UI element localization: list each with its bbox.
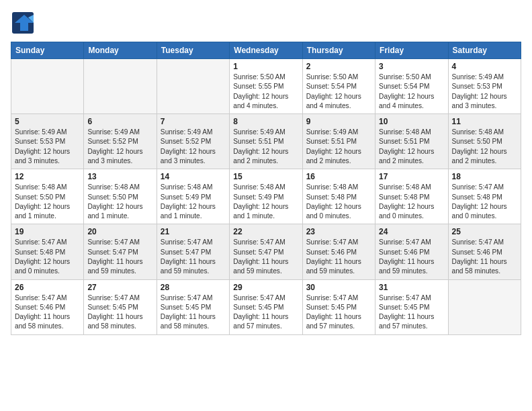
calendar-day-cell: 30Sunrise: 5:47 AM Sunset: 5:45 PM Dayli…	[302, 279, 375, 334]
day-number: 16	[306, 172, 371, 181]
day-number: 9	[306, 117, 371, 126]
weekday-header-wednesday: Wednesday	[230, 42, 302, 59]
calendar-header-row: SundayMondayTuesdayWednesdayThursdayFrid…	[11, 42, 521, 59]
calendar-day-cell: 27Sunrise: 5:47 AM Sunset: 5:45 PM Dayli…	[84, 279, 157, 334]
day-info: Sunrise: 5:47 AM Sunset: 5:47 PM Dayligh…	[161, 238, 226, 276]
day-info: Sunrise: 5:49 AM Sunset: 5:52 PM Dayligh…	[161, 128, 226, 166]
day-number: 12	[15, 172, 80, 181]
day-info: Sunrise: 5:50 AM Sunset: 5:54 PM Dayligh…	[379, 73, 444, 111]
calendar-day-cell: 25Sunrise: 5:47 AM Sunset: 5:46 PM Dayli…	[448, 224, 521, 279]
day-info: Sunrise: 5:49 AM Sunset: 5:53 PM Dayligh…	[15, 128, 80, 166]
weekday-header-tuesday: Tuesday	[157, 42, 229, 59]
day-info: Sunrise: 5:47 AM Sunset: 5:47 PM Dayligh…	[87, 238, 152, 276]
calendar: SundayMondayTuesdayWednesdayThursdayFrid…	[11, 42, 521, 335]
calendar-day-cell: 24Sunrise: 5:47 AM Sunset: 5:46 PM Dayli…	[375, 224, 448, 279]
weekday-header-friday: Friday	[375, 42, 448, 59]
day-info: Sunrise: 5:47 AM Sunset: 5:48 PM Dayligh…	[15, 238, 80, 276]
day-number: 4	[452, 62, 517, 71]
day-info: Sunrise: 5:47 AM Sunset: 5:48 PM Dayligh…	[452, 183, 517, 221]
calendar-week-row: 12Sunrise: 5:48 AM Sunset: 5:50 PM Dayli…	[11, 169, 521, 224]
weekday-header-thursday: Thursday	[302, 42, 375, 59]
calendar-day-cell: 2Sunrise: 5:50 AM Sunset: 5:54 PM Daylig…	[302, 59, 375, 114]
day-info: Sunrise: 5:49 AM Sunset: 5:51 PM Dayligh…	[233, 128, 298, 166]
calendar-day-cell: 9Sunrise: 5:49 AM Sunset: 5:51 PM Daylig…	[302, 114, 375, 169]
calendar-day-cell: 22Sunrise: 5:47 AM Sunset: 5:47 PM Dayli…	[230, 224, 302, 279]
calendar-day-cell: 17Sunrise: 5:48 AM Sunset: 5:48 PM Dayli…	[375, 169, 448, 224]
day-info: Sunrise: 5:48 AM Sunset: 5:49 PM Dayligh…	[233, 183, 298, 221]
calendar-day-cell: 7Sunrise: 5:49 AM Sunset: 5:52 PM Daylig…	[157, 114, 229, 169]
calendar-day-cell: 29Sunrise: 5:47 AM Sunset: 5:45 PM Dayli…	[230, 279, 302, 334]
calendar-day-cell: 12Sunrise: 5:48 AM Sunset: 5:50 PM Dayli…	[11, 169, 84, 224]
calendar-day-cell: 31Sunrise: 5:47 AM Sunset: 5:45 PM Dayli…	[375, 279, 448, 334]
day-info: Sunrise: 5:48 AM Sunset: 5:48 PM Dayligh…	[379, 183, 444, 221]
day-number: 23	[306, 227, 371, 236]
calendar-day-cell: 5Sunrise: 5:49 AM Sunset: 5:53 PM Daylig…	[11, 114, 84, 169]
calendar-day-cell	[448, 279, 521, 334]
day-number: 5	[15, 117, 80, 126]
logo-icon	[11, 11, 35, 35]
day-number: 27	[87, 283, 152, 292]
day-info: Sunrise: 5:48 AM Sunset: 5:50 PM Dayligh…	[452, 128, 517, 166]
day-number: 10	[379, 117, 444, 126]
calendar-week-row: 5Sunrise: 5:49 AM Sunset: 5:53 PM Daylig…	[11, 114, 521, 169]
calendar-day-cell: 10Sunrise: 5:48 AM Sunset: 5:51 PM Dayli…	[375, 114, 448, 169]
calendar-day-cell	[157, 59, 229, 114]
logo	[11, 11, 38, 35]
day-info: Sunrise: 5:47 AM Sunset: 5:45 PM Dayligh…	[379, 293, 444, 332]
calendar-day-cell: 15Sunrise: 5:48 AM Sunset: 5:49 PM Dayli…	[230, 169, 302, 224]
calendar-day-cell: 19Sunrise: 5:47 AM Sunset: 5:48 PM Dayli…	[11, 224, 84, 279]
day-number: 8	[233, 117, 298, 126]
weekday-header-saturday: Saturday	[448, 42, 521, 59]
day-number: 30	[306, 283, 371, 292]
day-number: 29	[233, 283, 298, 292]
day-info: Sunrise: 5:47 AM Sunset: 5:47 PM Dayligh…	[233, 238, 298, 276]
day-number: 14	[161, 172, 226, 181]
calendar-week-row: 19Sunrise: 5:47 AM Sunset: 5:48 PM Dayli…	[11, 224, 521, 279]
weekday-header-monday: Monday	[84, 42, 157, 59]
calendar-day-cell: 23Sunrise: 5:47 AM Sunset: 5:46 PM Dayli…	[302, 224, 375, 279]
day-info: Sunrise: 5:48 AM Sunset: 5:48 PM Dayligh…	[306, 183, 371, 221]
header	[11, 11, 521, 35]
day-info: Sunrise: 5:48 AM Sunset: 5:51 PM Dayligh…	[379, 128, 444, 166]
day-number: 3	[379, 62, 444, 71]
calendar-day-cell: 18Sunrise: 5:47 AM Sunset: 5:48 PM Dayli…	[448, 169, 521, 224]
day-number: 19	[15, 227, 80, 236]
day-number: 25	[452, 227, 517, 236]
day-info: Sunrise: 5:47 AM Sunset: 5:46 PM Dayligh…	[15, 293, 80, 332]
calendar-day-cell: 8Sunrise: 5:49 AM Sunset: 5:51 PM Daylig…	[230, 114, 302, 169]
calendar-day-cell: 11Sunrise: 5:48 AM Sunset: 5:50 PM Dayli…	[448, 114, 521, 169]
day-info: Sunrise: 5:47 AM Sunset: 5:45 PM Dayligh…	[233, 293, 298, 332]
day-number: 21	[161, 227, 226, 236]
calendar-week-row: 1Sunrise: 5:50 AM Sunset: 5:55 PM Daylig…	[11, 59, 521, 114]
calendar-day-cell: 6Sunrise: 5:49 AM Sunset: 5:52 PM Daylig…	[84, 114, 157, 169]
day-info: Sunrise: 5:47 AM Sunset: 5:45 PM Dayligh…	[161, 293, 226, 332]
day-number: 22	[233, 227, 298, 236]
calendar-day-cell: 28Sunrise: 5:47 AM Sunset: 5:45 PM Dayli…	[157, 279, 229, 334]
day-number: 20	[87, 227, 152, 236]
day-info: Sunrise: 5:48 AM Sunset: 5:50 PM Dayligh…	[15, 183, 80, 221]
day-number: 11	[452, 117, 517, 126]
calendar-day-cell: 20Sunrise: 5:47 AM Sunset: 5:47 PM Dayli…	[84, 224, 157, 279]
day-info: Sunrise: 5:48 AM Sunset: 5:50 PM Dayligh…	[87, 183, 152, 221]
day-info: Sunrise: 5:47 AM Sunset: 5:46 PM Dayligh…	[379, 238, 444, 276]
day-number: 15	[233, 172, 298, 181]
day-number: 17	[379, 172, 444, 181]
calendar-day-cell: 1Sunrise: 5:50 AM Sunset: 5:55 PM Daylig…	[230, 59, 302, 114]
calendar-day-cell: 14Sunrise: 5:48 AM Sunset: 5:49 PM Dayli…	[157, 169, 229, 224]
day-info: Sunrise: 5:50 AM Sunset: 5:54 PM Dayligh…	[306, 73, 371, 111]
calendar-day-cell	[84, 59, 157, 114]
day-info: Sunrise: 5:48 AM Sunset: 5:49 PM Dayligh…	[161, 183, 226, 221]
day-info: Sunrise: 5:50 AM Sunset: 5:55 PM Dayligh…	[233, 73, 298, 111]
day-number: 2	[306, 62, 371, 71]
day-info: Sunrise: 5:49 AM Sunset: 5:52 PM Dayligh…	[87, 128, 152, 166]
day-info: Sunrise: 5:47 AM Sunset: 5:45 PM Dayligh…	[87, 293, 152, 332]
day-number: 24	[379, 227, 444, 236]
calendar-day-cell: 13Sunrise: 5:48 AM Sunset: 5:50 PM Dayli…	[84, 169, 157, 224]
day-info: Sunrise: 5:49 AM Sunset: 5:53 PM Dayligh…	[452, 73, 517, 111]
day-number: 1	[233, 62, 298, 71]
calendar-week-row: 26Sunrise: 5:47 AM Sunset: 5:46 PM Dayli…	[11, 279, 521, 334]
calendar-day-cell: 16Sunrise: 5:48 AM Sunset: 5:48 PM Dayli…	[302, 169, 375, 224]
day-number: 6	[87, 117, 152, 126]
calendar-day-cell: 21Sunrise: 5:47 AM Sunset: 5:47 PM Dayli…	[157, 224, 229, 279]
day-number: 28	[161, 283, 226, 292]
